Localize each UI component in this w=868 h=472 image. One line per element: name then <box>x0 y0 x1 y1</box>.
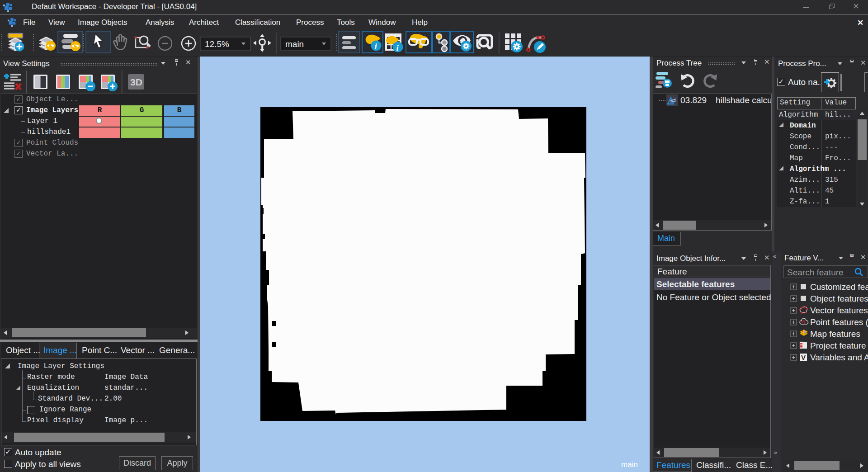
svg-text:main: main <box>285 39 304 49</box>
svg-text:V: V <box>801 354 806 361</box>
svg-text:i: i <box>396 43 399 52</box>
svg-text:3D: 3D <box>130 77 142 87</box>
svg-text:12.5%: 12.5% <box>205 39 229 49</box>
svg-text:i: i <box>375 42 377 51</box>
